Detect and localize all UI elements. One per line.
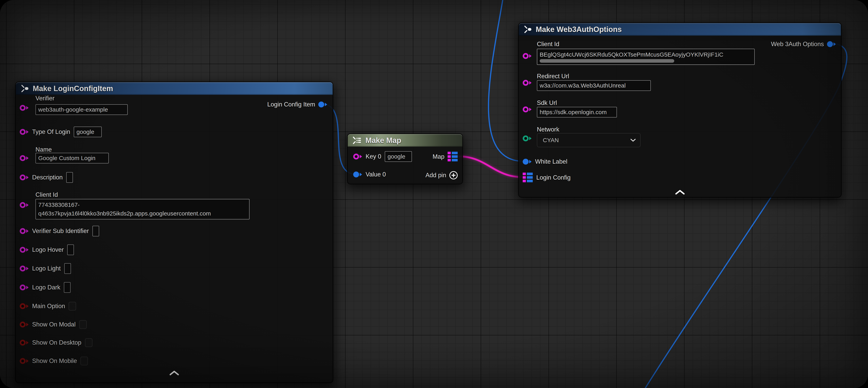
row-show-on-mobile: Show On Mobile: [20, 357, 88, 365]
string-input-pin-key-0[interactable]: [353, 154, 362, 159]
string-input-pin-redirect-url[interactable]: [523, 80, 532, 86]
string-input-pin-name[interactable]: [20, 155, 29, 161]
pin-label-client-id: Client Id: [537, 40, 559, 48]
make-struct-icon: [20, 84, 29, 93]
collapse-chevron-icon[interactable]: [169, 370, 179, 376]
output-login-config-item[interactable]: Login Config Item: [267, 101, 327, 108]
blueprint-graph-canvas[interactable]: Make LoginConfigItem Login Config Item V…: [0, 0, 868, 388]
output-web3auth-options[interactable]: Web 3Auth Options: [771, 40, 836, 48]
pin-label-verifier: Verifier: [35, 95, 54, 102]
node-title: Make Map: [365, 136, 401, 145]
pin-label-login-config: Login Config: [536, 174, 570, 181]
struct-input-pin-value-0[interactable]: [353, 172, 362, 177]
client-id-input[interactable]: 774338308167- q463s7kpvja16l4l0kko3nb925…: [35, 199, 250, 219]
type-of-login-input[interactable]: [74, 126, 102, 137]
make-map-icon: [352, 136, 362, 145]
collapse-chevron-icon[interactable]: [675, 190, 685, 196]
pin-label-main-option: Main Option: [32, 303, 65, 310]
node-header[interactable]: Make Map: [348, 134, 462, 147]
show-on-mobile-checkbox[interactable]: [81, 357, 88, 365]
output-pin-label-map: Map: [433, 153, 444, 160]
pin-label-description: Description: [32, 174, 63, 181]
client-id-line1: 774338308167-: [38, 201, 247, 209]
pin-label-show-on-desktop: Show On Desktop: [32, 339, 82, 346]
pin-label-logo-hover: Logo Hover: [32, 246, 64, 253]
bool-input-pin-show-on-modal[interactable]: [20, 322, 29, 327]
row-logo-hover: Logo Hover: [20, 244, 74, 255]
client-id-input[interactable]: BEglQSgt4cUWcj6SKRdu5QkOXTsePmMcusG5EAoy…: [537, 49, 755, 65]
node-make-loginconfigitem[interactable]: Make LoginConfigItem Login Config Item V…: [16, 82, 333, 383]
string-input-pin-verifier[interactable]: [20, 105, 29, 111]
string-input-pin-logo-dark[interactable]: [20, 285, 29, 290]
description-input[interactable]: [66, 172, 73, 183]
string-input-pin-logo-hover[interactable]: [20, 247, 29, 253]
main-option-checkbox[interactable]: [69, 302, 76, 310]
string-input-pin-client-id[interactable]: [523, 53, 532, 59]
string-input-pin-logo-light[interactable]: [20, 266, 29, 271]
logo-hover-input[interactable]: [67, 244, 74, 255]
row-main-option: Main Option: [20, 302, 76, 310]
string-input-pin-client-id[interactable]: [20, 202, 29, 208]
network-selected-value: CYAN: [543, 137, 559, 144]
enum-input-pin-network[interactable]: [523, 136, 532, 141]
node-title: Make Web3AuthOptions: [536, 25, 622, 34]
map-output-pin[interactable]: [447, 152, 458, 161]
pin-label-logo-dark: Logo Dark: [32, 284, 60, 291]
add-pin-plus-icon[interactable]: [450, 171, 458, 179]
key-0-input[interactable]: [385, 151, 412, 162]
string-input-pin-verifier-sub-identifier[interactable]: [20, 228, 29, 234]
show-on-modal-checkbox[interactable]: [79, 320, 87, 329]
verifier-sub-identifier-input[interactable]: [92, 226, 99, 236]
string-input-pin-type-of-login[interactable]: [20, 129, 29, 135]
row-logo-light: Logo Light: [20, 263, 71, 274]
pin-label-client-id: Client Id: [35, 191, 58, 198]
node-make-web3authoptions[interactable]: Make Web3AuthOptions Client Id Web 3Auth…: [518, 23, 841, 197]
struct-input-pin-white-label[interactable]: [523, 159, 532, 165]
redirect-url-input[interactable]: [537, 80, 651, 91]
client-id-value: BEglQSgt4cUWcj6SKRdu5QkOXTsePmMcusG5EAoy…: [540, 50, 752, 59]
wire-offscreen-to-white-label[interactable]: [489, 0, 523, 161]
output-pin-label: Web 3Auth Options: [771, 40, 824, 48]
pin-label-type-of-login: Type Of Login: [32, 128, 70, 136]
add-pin-button[interactable]: Add pin: [426, 171, 458, 179]
node-make-map[interactable]: Make Map Key 0 Map Value 0 Add pin: [347, 134, 463, 184]
output-map[interactable]: Map: [433, 152, 458, 161]
row-value-0: Value 0: [353, 171, 386, 178]
pin-label-redirect-url: Redirect Url: [537, 73, 569, 80]
row-logo-dark: Logo Dark: [20, 282, 70, 293]
pin-label-verifier-sub-identifier: Verifier Sub Identifier: [32, 228, 89, 235]
sdk-url-input[interactable]: [537, 107, 617, 118]
pin-label-name: Name: [35, 146, 52, 153]
name-input[interactable]: [35, 153, 109, 163]
verifier-input[interactable]: [35, 104, 128, 115]
make-struct-icon: [523, 25, 532, 34]
show-on-desktop-checkbox[interactable]: [85, 338, 92, 347]
logo-dark-input[interactable]: [64, 282, 70, 293]
row-login-config: Login Config: [523, 173, 570, 182]
string-input-pin-sdk-url[interactable]: [523, 107, 532, 112]
struct-output-pin[interactable]: [318, 101, 327, 108]
node-header[interactable]: Make Web3AuthOptions: [519, 23, 841, 36]
output-pin-label: Login Config Item: [267, 101, 315, 108]
row-show-on-desktop: Show On Desktop: [20, 338, 92, 347]
pin-label-show-on-mobile: Show On Mobile: [32, 357, 77, 364]
row-show-on-modal: Show On Modal: [20, 320, 87, 329]
struct-output-pin[interactable]: [827, 41, 836, 47]
pin-label-value-0: Value 0: [366, 171, 386, 178]
string-input-pin-description[interactable]: [20, 175, 29, 180]
network-dropdown[interactable]: CYAN: [537, 133, 641, 147]
bool-input-pin-main-option[interactable]: [20, 303, 29, 309]
pin-label-white-label: White Label: [535, 158, 567, 165]
map-input-pin-login-config[interactable]: [523, 173, 533, 182]
bool-input-pin-show-on-desktop[interactable]: [20, 340, 29, 346]
bool-input-pin-show-on-mobile[interactable]: [20, 358, 29, 364]
row-type-of-login: Type Of Login: [20, 126, 102, 137]
client-id-line2: q463s7kpvja16l4l0kko3nb925ikds2p.apps.go…: [38, 209, 247, 218]
chevron-down-icon: [630, 139, 636, 142]
row-verifier-sub-identifier: Verifier Sub Identifier: [20, 226, 99, 236]
logo-light-input[interactable]: [64, 263, 71, 274]
pin-label-sdk-url: Sdk Url: [537, 99, 557, 107]
pin-label-key-0: Key 0: [366, 153, 381, 160]
client-id-horizontal-scrollbar[interactable]: [540, 59, 674, 63]
node-header[interactable]: Make LoginConfigItem: [16, 82, 333, 95]
